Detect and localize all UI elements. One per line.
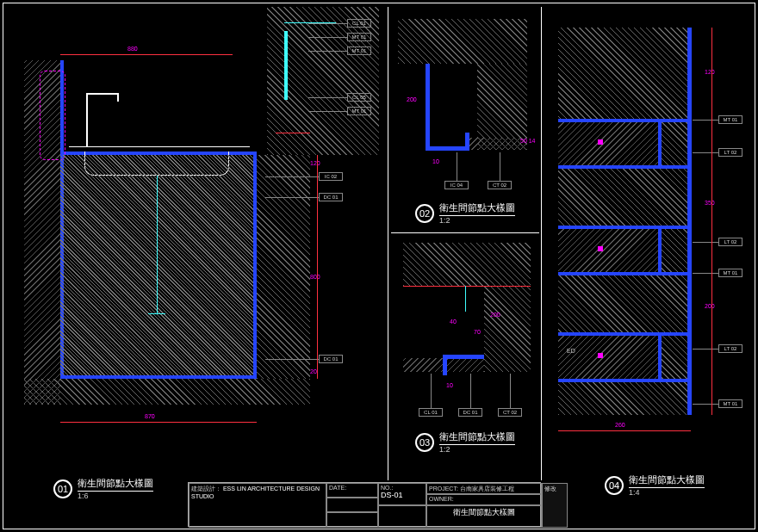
wp-s1l — [658, 119, 662, 169]
dim4-b: 260 — [615, 422, 625, 428]
dim-drop: 70 — [474, 329, 481, 335]
titleblock: 建築設計： ESS LIN ARCHITECTURE DESIGN STUDIO… — [188, 482, 541, 527]
hatch-wall-right — [257, 155, 310, 379]
callout-scale-02: 1:2 — [439, 216, 515, 225]
leader — [308, 97, 347, 98]
wp-s2t — [558, 226, 691, 229]
shelf-1-fill — [558, 122, 662, 165]
callout-num-01: 01 — [53, 479, 72, 498]
tag-mt01c: MT 01 — [347, 107, 371, 115]
tag-dc01: DC 01 — [458, 408, 482, 417]
tb-project-label: PROJECT: — [429, 486, 458, 492]
marker-3 — [598, 353, 603, 358]
tag-r5: LT 02 — [718, 344, 742, 353]
tag-dc01b: DC 01 — [319, 355, 343, 363]
wp-h — [426, 146, 469, 151]
wp-v — [426, 64, 430, 150]
hatch-floor — [24, 379, 310, 405]
tag-ic02: IC 02 — [319, 172, 343, 181]
leader — [470, 374, 471, 408]
callout-01: 01 衛生間節點大樣圖 1:6 — [53, 477, 153, 500]
dim-r2: 800 — [310, 274, 320, 280]
hatch-wall — [398, 19, 527, 64]
tag-ct02: CT 02 — [498, 408, 522, 417]
wp-s3b — [558, 379, 691, 382]
leader — [510, 374, 511, 408]
upper-det-pipe — [284, 31, 288, 100]
leader — [693, 273, 718, 274]
drain-vert — [157, 176, 158, 313]
callout-title-01: 衛生間節點大樣圖 — [78, 477, 153, 492]
wp-s1b — [558, 165, 691, 169]
callout-04: 04 衛生間節點大樣圖1:4 — [605, 473, 705, 497]
tag-dc01: DC 01 — [319, 193, 343, 201]
counter-top — [69, 146, 250, 147]
tb-drawing: 衛生間節點大樣圖 — [426, 505, 542, 528]
callout-num-04: 04 — [605, 476, 624, 495]
dim4-3: 200 — [705, 303, 715, 309]
shelf-2-fill — [558, 229, 662, 272]
faucet-spout — [86, 93, 119, 95]
tb-designer: 建築設計： ESS LIN ARCHITECTURE DESIGN STUDIO — [189, 483, 326, 528]
leader — [308, 111, 347, 112]
tb-own — [326, 498, 378, 512]
callout-scale-01: 1:6 — [78, 492, 153, 500]
shelf-2-void — [558, 229, 662, 272]
dim-h: 10 — [432, 158, 439, 164]
dim-bot-line — [60, 422, 257, 423]
callout-scale-03: 1:2 — [439, 445, 515, 454]
tag-ic04: IC 04 — [444, 181, 469, 189]
detail-callout-box — [40, 71, 65, 160]
dim-v: 200 — [407, 96, 417, 102]
shelf-3-fill — [558, 336, 662, 379]
wp-h — [443, 355, 484, 359]
divider-1 — [388, 7, 388, 480]
wp-s3t — [558, 332, 691, 336]
tb-project-value: 台南家具店裝修工程 — [460, 486, 514, 492]
divider-2 — [541, 7, 542, 480]
tb-rev — [378, 505, 426, 528]
panel-04: ED MT 01 LT 02 LT 02 MT 01 LT 02 MT 01 1… — [546, 10, 753, 449]
leader — [265, 176, 319, 177]
dim-rv: 50 14 — [520, 138, 536, 144]
panel-01: 880 CL 01 MT 01 MT 01 CL 05 MT 01 IC 02 … — [7, 7, 384, 480]
dim4-1: 120 — [705, 69, 715, 75]
tag-mt01a: MT 01 — [347, 33, 371, 41]
leader — [693, 242, 718, 243]
dim4-2: 350 — [705, 200, 715, 206]
marker-1 — [598, 139, 603, 145]
cut — [465, 286, 466, 312]
leader — [693, 404, 718, 405]
leader — [308, 37, 347, 38]
dim-r3: 20 — [310, 368, 317, 374]
leader — [693, 120, 718, 121]
tag-cl01: CL 01 — [419, 408, 443, 417]
leader — [308, 51, 347, 52]
leader — [457, 152, 457, 181]
wp-turn — [465, 133, 469, 151]
tb-drawing-value: 衛生間節點大樣圖 — [453, 508, 515, 517]
dim-down: 200 — [490, 312, 500, 318]
panel-03: 40 70 200 10 CL 01 DC 01 CT 02 — [391, 238, 539, 448]
leader — [265, 197, 319, 198]
tb-owner-label: OWNER: — [429, 496, 454, 502]
drain-valve — [148, 313, 165, 314]
dim-ext: 10 — [446, 382, 453, 388]
wp-s1t — [558, 119, 691, 122]
tb-date: DATE: — [326, 483, 378, 498]
wp-turn — [253, 155, 257, 379]
callout-title-02: 衛生間節點大樣圖 — [439, 201, 515, 216]
tag-cl05: CL 05 — [347, 93, 371, 102]
faucet-riser — [86, 93, 88, 146]
callout-num-02: 02 — [415, 204, 434, 223]
callout-scale-04: 1:4 — [629, 488, 705, 497]
callout-num-03: 03 — [415, 433, 434, 452]
dim4-line — [711, 28, 712, 415]
tag-mt01b: MT 01 — [347, 46, 371, 55]
inner-label: ED — [567, 348, 575, 354]
leader — [308, 23, 347, 24]
tb-sheet-value: DS-01 — [381, 491, 403, 499]
divider-h — [391, 232, 539, 233]
leader — [431, 374, 432, 408]
tb-stamp: 修改 — [542, 483, 568, 528]
